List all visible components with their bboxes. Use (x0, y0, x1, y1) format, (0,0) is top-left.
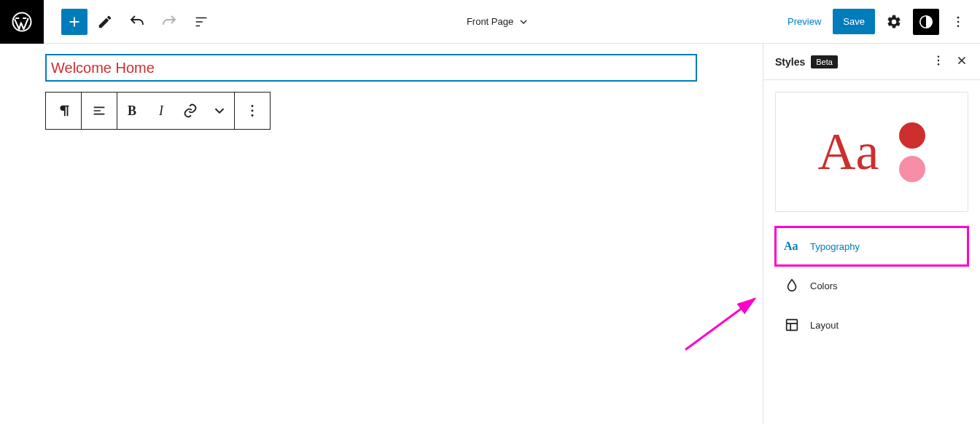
gear-icon (886, 14, 902, 30)
svg-point-5 (252, 105, 254, 107)
preview-color-dots (899, 122, 925, 182)
style-preview-card[interactable]: Aa (775, 92, 968, 212)
typography-icon: Aa (784, 238, 800, 254)
svg-point-10 (938, 60, 939, 61)
wordpress-logo-button[interactable] (0, 0, 44, 44)
sidebar-item-layout[interactable]: Layout (775, 305, 968, 345)
tools-button[interactable] (90, 7, 120, 36)
document-title: Front Page (467, 16, 513, 27)
svg-point-4 (957, 25, 960, 27)
sidebar-item-typography[interactable]: Aa Typography (775, 227, 968, 266)
styles-sidebar: Styles Beta Aa (763, 44, 980, 424)
preview-button[interactable]: Preview (780, 10, 828, 33)
layout-icon (784, 317, 800, 333)
bold-button[interactable]: B (117, 93, 147, 129)
redo-button[interactable] (155, 7, 184, 36)
svg-line-8 (685, 299, 755, 350)
pencil-icon (97, 14, 113, 30)
more-vertical-icon (932, 54, 945, 67)
svg-point-7 (252, 114, 254, 117)
link-icon (182, 103, 198, 119)
style-sections-list: Aa Typography Colors Layout (775, 227, 968, 345)
sidebar-item-label: Colors (810, 280, 838, 291)
chevron-down-icon (518, 16, 529, 28)
color-swatch-primary (899, 122, 925, 149)
block-toolbar: B I (45, 92, 726, 130)
editor-canvas[interactable]: Welcome Home B I (0, 44, 763, 424)
document-tools (44, 7, 216, 36)
sidebar-item-colors[interactable]: Colors (775, 266, 968, 305)
redo-icon (160, 13, 178, 31)
more-rich-text-button[interactable] (205, 93, 234, 129)
top-toolbar: Front Page Preview Save (0, 0, 980, 44)
color-swatch-secondary (899, 156, 925, 182)
top-right-tools: Preview Save (780, 7, 980, 36)
heading-block[interactable]: Welcome Home (45, 54, 697, 82)
svg-point-9 (938, 56, 939, 58)
align-button[interactable] (82, 93, 117, 129)
styles-panel-button[interactable] (913, 9, 939, 35)
sidebar-header: Styles Beta (763, 44, 980, 80)
annotation-arrow (678, 291, 763, 359)
paragraph-icon (55, 103, 71, 119)
list-view-icon (193, 14, 209, 30)
wordpress-icon (11, 11, 33, 33)
link-button[interactable] (176, 93, 205, 129)
svg-point-6 (252, 110, 254, 112)
undo-icon (128, 13, 146, 31)
undo-button[interactable] (122, 7, 152, 36)
sidebar-item-label: Typography (810, 241, 860, 252)
sidebar-more-button[interactable] (932, 54, 945, 69)
svg-point-11 (938, 63, 939, 65)
svg-point-3 (957, 20, 960, 23)
block-type-button[interactable] (46, 93, 81, 129)
more-vertical-icon (244, 103, 260, 119)
align-left-icon (91, 103, 107, 119)
editor-body: Welcome Home B I (0, 44, 980, 424)
block-options-button[interactable] (235, 93, 270, 129)
svg-point-2 (957, 16, 960, 18)
more-vertical-icon (951, 15, 965, 29)
document-title-dropdown[interactable]: Front Page (216, 16, 780, 28)
beta-badge: Beta (811, 55, 838, 68)
contrast-icon (918, 14, 934, 30)
plus-icon (66, 14, 82, 30)
settings-button[interactable] (879, 7, 909, 36)
sidebar-item-label: Layout (810, 320, 839, 331)
preview-letters: Aa (818, 122, 879, 182)
droplet-icon (784, 278, 800, 294)
svg-rect-12 (787, 320, 798, 331)
italic-button[interactable]: I (147, 93, 176, 129)
sidebar-close-button[interactable] (955, 54, 968, 69)
save-button[interactable]: Save (833, 9, 875, 34)
sidebar-body: Aa Aa Typography Colors Layout (763, 80, 980, 356)
sidebar-title: Styles (775, 56, 805, 68)
chevron-down-icon (211, 103, 228, 119)
options-button[interactable] (944, 7, 973, 36)
close-icon (955, 54, 968, 67)
list-view-button[interactable] (187, 7, 216, 36)
add-block-button[interactable] (61, 9, 88, 35)
